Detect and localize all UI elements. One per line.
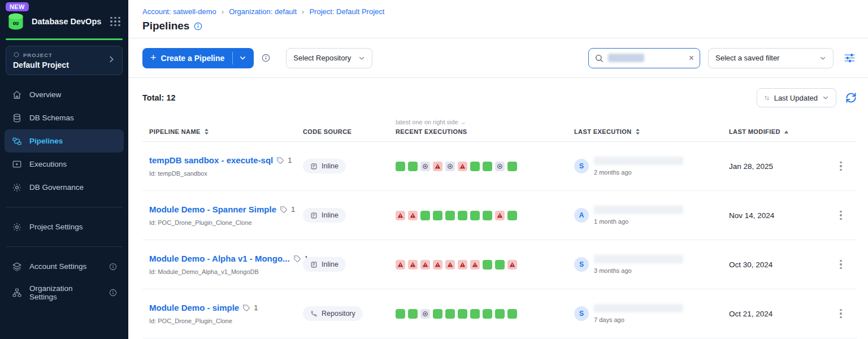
refresh-icon[interactable] — [845, 92, 857, 103]
layers-icon — [11, 261, 22, 272]
recent-executions — [396, 309, 574, 319]
repository-select[interactable]: Select Repository — [286, 48, 372, 68]
execution-status-success[interactable] — [433, 211, 442, 220]
execution-status-success[interactable] — [495, 309, 505, 319]
execution-status-success[interactable] — [396, 162, 405, 171]
execution-status-success[interactable] — [458, 211, 467, 220]
tag-icon — [242, 304, 250, 312]
execution-status-success[interactable] — [483, 162, 492, 171]
execution-status-success[interactable] — [408, 162, 418, 171]
breadcrumb-link[interactable]: Organization: default — [229, 7, 297, 16]
row-menu-button[interactable] — [836, 257, 845, 273]
execution-status-success[interactable] — [470, 309, 480, 319]
executor-avatar[interactable]: S — [574, 257, 589, 272]
sidebar-item-executions[interactable]: Executions — [5, 153, 124, 176]
execution-status-failed[interactable] — [458, 260, 467, 270]
sidebar-item-label: Pipelines — [29, 137, 117, 145]
sidebar-item-pipelines[interactable]: Pipelines — [5, 129, 124, 153]
chevron-down-icon[interactable] — [234, 54, 251, 62]
execution-status-success[interactable] — [433, 309, 442, 319]
new-badge: NEW — [6, 2, 29, 11]
execution-status-success[interactable] — [420, 211, 430, 220]
pipeline-row: Module Demo - Alpha v1 - Mongo... 1 Id: … — [142, 240, 857, 289]
execution-status-success[interactable] — [470, 211, 480, 220]
recent-executions — [396, 162, 574, 171]
execution-status-success[interactable] — [458, 309, 467, 319]
execution-status-failed[interactable] — [408, 211, 418, 220]
breadcrumb-link[interactable]: Account: satwell-demo — [142, 7, 216, 16]
execution-status-failed[interactable] — [445, 260, 455, 270]
execution-status-success[interactable] — [483, 211, 492, 220]
project-selector[interactable]: PROJECT Default Project — [6, 46, 123, 75]
execution-status-failed[interactable] — [433, 260, 442, 270]
execution-status-success[interactable] — [396, 309, 405, 319]
execution-status-success[interactable] — [495, 260, 505, 270]
info-icon[interactable] — [194, 22, 202, 31]
filter-sliders-icon[interactable] — [844, 52, 856, 64]
apps-grid-icon[interactable] — [109, 16, 121, 28]
code-source-badge: Inline — [303, 159, 346, 173]
pipeline-name-link[interactable]: Module Demo - Spanner Simple — [149, 205, 276, 214]
pipeline-icon — [11, 136, 22, 146]
create-pipeline-button[interactable]: + Create a Pipeline — [142, 48, 254, 68]
execution-status-success[interactable] — [470, 162, 480, 171]
sidebar-item-overview[interactable]: Overview — [5, 83, 124, 106]
execution-status-failed[interactable] — [396, 211, 405, 220]
execution-status-failed[interactable] — [433, 162, 442, 171]
sidebar-item-account-settings[interactable]: Account Settings — [5, 255, 124, 278]
last-modified-date: Jan 28, 2025 — [729, 162, 825, 171]
column-header-last-execution[interactable]: LAST EXECUTION — [574, 128, 729, 135]
row-menu-button[interactable] — [836, 207, 845, 224]
execution-status-failed[interactable] — [408, 260, 418, 270]
execution-status-failed[interactable] — [507, 260, 517, 270]
execution-status-canceled[interactable] — [420, 309, 430, 319]
search-input[interactable]: × — [588, 48, 700, 68]
sidebar: NEW ∞ Database DevOps PROJECT Default Pr… — [0, 0, 128, 339]
execution-status-canceled[interactable] — [445, 162, 455, 171]
sidebar-item-project-settings[interactable]: Project Settings — [5, 215, 124, 238]
breadcrumb-separator: › — [302, 7, 304, 16]
executor-avatar[interactable]: S — [574, 159, 589, 173]
execution-status-canceled[interactable] — [420, 162, 430, 171]
pipeline-name-link[interactable]: Module Demo - simple — [149, 303, 239, 312]
row-menu-button[interactable] — [836, 306, 845, 322]
sidebar-nav-account: Account SettingsOrganization Settings — [0, 255, 128, 307]
execution-status-canceled[interactable] — [495, 162, 505, 171]
executor-avatar[interactable]: A — [574, 208, 589, 223]
row-menu-button[interactable] — [836, 158, 845, 175]
info-icon[interactable] — [109, 289, 117, 297]
execution-status-failed[interactable] — [396, 260, 405, 270]
sidebar-item-db-governance[interactable]: DB Governance — [5, 176, 124, 199]
pipeline-name-link[interactable]: Module Demo - Alpha v1 - Mongo... — [149, 254, 290, 263]
execution-status-failed[interactable] — [458, 162, 467, 171]
pipeline-name-link[interactable]: tempDB sandbox - execute-sql — [149, 155, 273, 165]
executor-avatar[interactable]: S — [574, 306, 589, 321]
brand-underline — [6, 38, 123, 40]
column-header-last-modified[interactable]: LAST MODIFIED — [729, 128, 825, 135]
code-source-badge: Repository — [303, 306, 363, 321]
database-icon — [11, 112, 22, 123]
execution-status-success[interactable] — [408, 309, 418, 319]
execution-status-failed[interactable] — [420, 260, 430, 270]
execution-status-success[interactable] — [483, 309, 492, 319]
execution-status-success[interactable] — [507, 162, 517, 171]
sidebar-item-db-schemas[interactable]: DB Schemas — [5, 106, 124, 129]
breadcrumb-link[interactable]: Project: Default Project — [309, 7, 384, 16]
pipeline-id: Id: POC_Drone_Plugin_Clone — [149, 318, 303, 324]
info-icon[interactable] — [109, 263, 117, 271]
execution-status-success[interactable] — [445, 309, 455, 319]
column-header-pipeline-name[interactable]: PIPELINE NAME — [149, 128, 303, 135]
tag-icon — [280, 206, 288, 214]
execution-status-failed[interactable] — [470, 260, 480, 270]
execution-status-success[interactable] — [445, 211, 455, 220]
execution-status-success[interactable] — [507, 211, 517, 220]
execution-status-success[interactable] — [507, 309, 517, 319]
execution-status-failed[interactable] — [495, 211, 505, 220]
saved-filter-select[interactable]: Select a saved filter — [708, 48, 834, 68]
clear-search-icon[interactable]: × — [689, 54, 694, 63]
sort-select[interactable]: ↑↓ Last Updated — [757, 88, 836, 107]
execution-status-success[interactable] — [483, 260, 492, 270]
sort-icon — [635, 128, 640, 135]
sidebar-item-organization-settings[interactable]: Organization Settings — [5, 278, 124, 307]
info-icon[interactable] — [262, 54, 270, 62]
